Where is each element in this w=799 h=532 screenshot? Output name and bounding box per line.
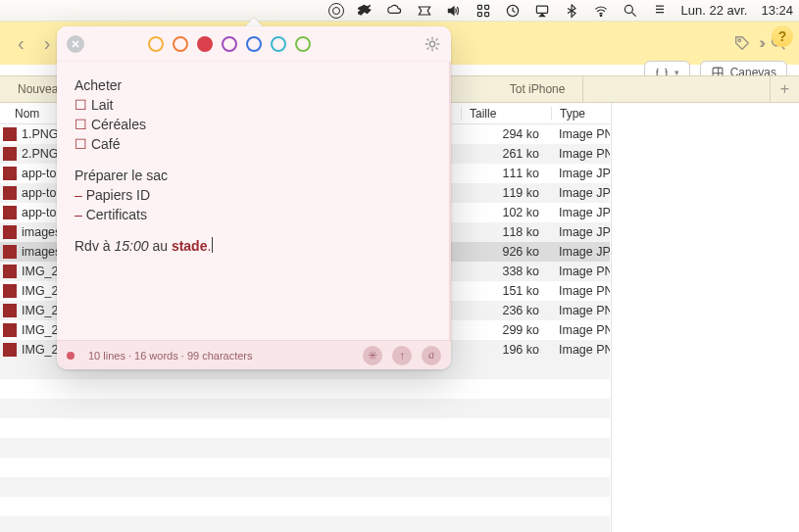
note-color-swatch[interactable] (173, 36, 188, 52)
svg-rect-5 (536, 6, 547, 13)
svg-rect-1 (484, 5, 488, 9)
svg-rect-0 (477, 5, 481, 9)
note-color-swatch[interactable] (148, 36, 164, 52)
menubar-wifi-icon[interactable] (593, 3, 609, 19)
file-size: 119 ko (461, 186, 551, 200)
note-check-2: Céréales (91, 117, 146, 132)
note-color-swatch[interactable] (197, 36, 213, 52)
note-line-mid: au (149, 238, 172, 254)
note-footer-format-button[interactable]: a (422, 346, 441, 365)
menubar-cloud-icon[interactable] (387, 3, 403, 19)
svg-point-6 (600, 15, 602, 17)
finder-preview-panel (611, 103, 799, 532)
note-toolbar (57, 26, 451, 62)
menubar-bluetooth-icon[interactable] (564, 3, 579, 19)
file-icon (3, 323, 17, 337)
svg-point-8 (738, 39, 741, 42)
file-icon (3, 304, 17, 317)
file-size: 196 ko (461, 343, 551, 357)
file-size: 294 ko (461, 127, 551, 141)
finder-add-tab[interactable]: + (770, 76, 799, 102)
mac-menu-bar: Lun. 22 avr. 13:24 (0, 0, 799, 22)
file-size: 111 ko (461, 167, 551, 180)
file-type: Image JP (551, 167, 610, 180)
note-footer-star-button[interactable]: ✳ (363, 346, 382, 365)
svg-rect-3 (484, 12, 488, 16)
help-button[interactable]: ? (772, 25, 793, 47)
file-type: Image PN (551, 265, 610, 278)
note-footer: 10 lines · 16 words · 99 characters ✳ ↑ … (57, 340, 451, 369)
finder-tab-2[interactable]: Tot iPhone (492, 76, 584, 102)
note-color-swatch[interactable] (246, 36, 262, 52)
file-icon (3, 225, 17, 239)
note-color-swatch[interactable] (271, 36, 286, 52)
note-line-time: 15:00 (114, 238, 148, 254)
svg-rect-2 (477, 12, 481, 16)
file-icon (3, 127, 17, 141)
menubar-volume-icon[interactable] (446, 3, 462, 19)
note-line-dot: . (207, 238, 211, 254)
file-type: Image JP (551, 186, 610, 200)
file-size: 299 ko (461, 323, 551, 337)
file-type: Image PN (551, 343, 610, 357)
file-type: Image PN (551, 284, 610, 298)
note-color-palette (148, 36, 311, 52)
menubar-time[interactable]: 13:24 (761, 3, 793, 18)
file-size: 261 ko (461, 147, 551, 161)
note-settings-button[interactable] (424, 35, 441, 53)
menubar-dropbox-icon[interactable] (358, 3, 374, 19)
menubar-spotlight-icon[interactable] (623, 3, 638, 19)
file-size: 102 ko (461, 206, 551, 219)
file-icon (3, 206, 17, 219)
file-size: 926 ko (461, 245, 551, 259)
file-size: 236 ko (461, 304, 551, 317)
svg-point-7 (624, 5, 632, 13)
file-type: Image PN (551, 304, 610, 317)
file-type: Image PN (551, 323, 610, 337)
note-stats: 10 lines · 16 words · 99 characters (88, 350, 253, 362)
file-size: 118 ko (461, 225, 551, 239)
nav-forward[interactable]: › (38, 33, 57, 53)
col-header-size[interactable]: Taille (461, 107, 551, 121)
note-heading-2: Préparer le sac (75, 166, 431, 185)
note-dash-2: Certificats (86, 207, 147, 222)
file-icon (3, 147, 17, 161)
note-check-3: Café (91, 136, 121, 152)
menubar-backup-icon[interactable] (505, 3, 521, 19)
file-type: Image PN (551, 127, 610, 141)
file-type: Image JP (551, 245, 610, 259)
file-type: Image JP (551, 206, 610, 219)
menubar-keyboard-icon[interactable] (475, 3, 491, 19)
note-body[interactable]: Acheter ☐ Lait ☐ Céréales ☐ Café Prépare… (57, 62, 451, 340)
note-line-place: stade (172, 238, 208, 254)
note-status-dot (67, 352, 75, 360)
menubar-airplay-icon[interactable] (534, 3, 550, 19)
note-check-1: Lait (91, 97, 114, 113)
file-size: 151 ko (461, 284, 551, 298)
file-type: Image JP (551, 225, 610, 239)
note-popup: Acheter ☐ Lait ☐ Céréales ☐ Café Prépare… (57, 26, 451, 369)
note-color-swatch[interactable] (222, 36, 237, 52)
file-icon (3, 186, 17, 200)
text-cursor (212, 237, 213, 253)
file-type: Image PN (551, 147, 610, 161)
note-close-button[interactable] (67, 35, 84, 53)
file-icon (3, 245, 17, 259)
note-color-swatch[interactable] (295, 36, 311, 52)
menubar-tray-icon[interactable] (417, 3, 432, 19)
col-header-type[interactable]: Type (551, 107, 610, 121)
file-size: 338 ko (461, 265, 551, 278)
nav-back[interactable]: ‹ (12, 33, 30, 53)
file-icon (3, 343, 17, 357)
note-line-pre: Rdv à (75, 238, 114, 254)
note-dash-1: Papiers ID (86, 187, 150, 203)
menubar-notifications-icon[interactable] (652, 3, 668, 19)
tag-icon[interactable] (733, 34, 751, 52)
note-footer-up-button[interactable]: ↑ (392, 346, 412, 365)
svg-point-11 (429, 41, 434, 46)
note-heading-1: Acheter (75, 75, 431, 95)
menubar-date[interactable]: Lun. 22 avr. (681, 3, 748, 18)
more-actions[interactable]: ›› (759, 34, 762, 52)
menubar-focus-icon[interactable] (328, 3, 344, 19)
file-icon (3, 265, 17, 278)
